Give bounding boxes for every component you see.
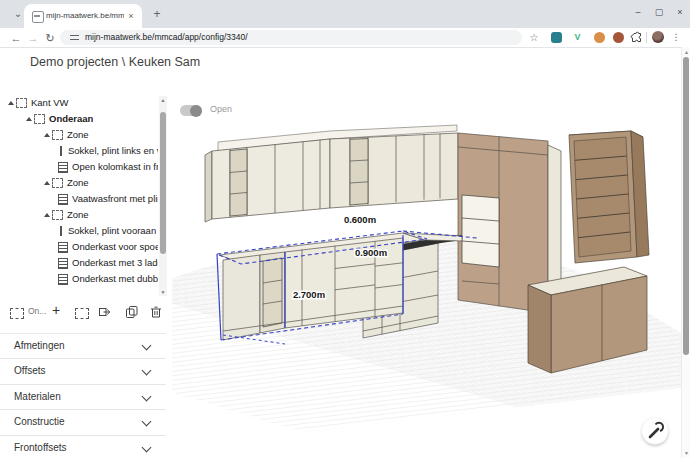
chevron-down-icon[interactable]	[142, 417, 152, 427]
extension-icon-3[interactable]	[613, 32, 624, 43]
open-toggle-label: Open	[210, 104, 232, 114]
scroll-up-icon[interactable]: ▲	[159, 96, 167, 104]
frame-icon	[16, 98, 27, 108]
new-tab-button[interactable]: +	[150, 7, 164, 21]
3d-viewer-canvas[interactable]: 0.600m 0.900m 2.700m Open	[172, 95, 681, 458]
accordion-section-frontoffsets[interactable]: Frontoffsets	[0, 436, 166, 458]
accordion-section-constructie[interactable]: Constructie	[0, 410, 166, 435]
open-toggle[interactable]	[180, 105, 202, 116]
tree-item-kant-vw[interactable]: Kant VW	[0, 95, 158, 111]
expand-triangle-icon[interactable]	[42, 130, 52, 140]
tree-item-label: Kant VW	[31, 95, 69, 111]
expand-triangle-icon[interactable]	[42, 178, 52, 188]
tree-item-open-kolomkast[interactable]: Open kolomkast in front...	[0, 159, 158, 175]
tree-item-onderaan[interactable]: Onderaan	[0, 111, 158, 127]
tree-item-label: Zone	[67, 127, 89, 143]
profile-avatar[interactable]	[652, 31, 664, 43]
toggle-knob[interactable]	[190, 105, 202, 117]
plinth-icon	[60, 226, 62, 236]
section-label: Materialen	[14, 385, 61, 409]
selection-label: On...	[28, 306, 48, 316]
page-scrollbar[interactable]: ▲ ▼	[681, 47, 690, 458]
tree-item-onderkast-dubbele[interactable]: Onderkast met dubbele ...	[0, 271, 158, 287]
tab-title: mijn-maatwerk.be/mmcad/app...	[46, 9, 124, 23]
dimension-label-depth: 0.900m	[355, 247, 387, 258]
url-text[interactable]: mijn-maatwerk.be/mmcad/app/config/3340/	[85, 30, 248, 45]
frame-icon	[52, 178, 63, 188]
page-scrollbar-thumb[interactable]	[683, 57, 689, 355]
tree-item-onderkast-lades[interactable]: Onderkast met 3 lades, ...	[0, 255, 158, 271]
tools-fab-button[interactable]	[642, 418, 668, 444]
tree-scrollbar[interactable]: ▲ ▼	[159, 96, 167, 296]
site-settings-icon[interactable]	[70, 35, 79, 41]
tree-scrollbar-thumb[interactable]	[160, 112, 166, 254]
add-button[interactable]: +	[52, 302, 60, 318]
frame-icon	[52, 130, 63, 140]
expand-triangle-icon[interactable]	[42, 210, 52, 220]
breadcrumb: Demo projecten \ Keuken Sam	[30, 55, 200, 69]
reload-icon[interactable]: ↻	[42, 30, 58, 46]
window-maximize-button[interactable]: ▢	[650, 4, 668, 20]
tree-item-vaatwasfront[interactable]: Vaatwasfront met plint e...	[0, 191, 158, 207]
chevron-down-icon[interactable]	[142, 442, 152, 452]
browser-tab[interactable]: mijn-maatwerk.be/mmcad/app... ×	[24, 4, 142, 28]
zone-frame-icon[interactable]	[75, 308, 89, 319]
scroll-up-icon[interactable]: ▲	[682, 47, 690, 57]
back-icon[interactable]: ←	[8, 30, 24, 46]
scroll-down-icon[interactable]: ▼	[682, 448, 690, 458]
dimension-label-width: 0.600m	[344, 214, 376, 225]
tree-item-label: Sokkel, plint vooraan	[68, 223, 156, 239]
export-icon[interactable]	[98, 305, 112, 319]
cabinet-icon	[58, 242, 68, 253]
accordion-section-afmetingen[interactable]: Afmetingen	[0, 334, 166, 359]
frame-icon	[52, 210, 63, 220]
frame-icon	[34, 114, 45, 124]
tree-item-zone-3[interactable]: Zone	[0, 207, 158, 223]
section-label: Afmetingen	[14, 334, 65, 358]
delete-icon[interactable]	[149, 305, 163, 319]
expand-triangle-icon[interactable]	[6, 98, 16, 108]
extension-icon-vue[interactable]: V	[572, 32, 583, 43]
window-close-button[interactable]: ×	[671, 4, 689, 20]
section-label: Offsets	[14, 359, 46, 383]
scroll-down-icon[interactable]: ▼	[159, 288, 167, 296]
accordion-section-materialen[interactable]: Materialen	[0, 385, 166, 410]
tree-item-zone-2[interactable]: Zone	[0, 175, 158, 191]
tree-item-label: Open kolomkast in front...	[72, 159, 158, 175]
extensions-puzzle-icon[interactable]	[630, 31, 643, 44]
selection-frame-icon[interactable]	[10, 308, 24, 319]
cabinet-icon	[58, 274, 68, 285]
tab-close-icon[interactable]: ×	[125, 10, 137, 22]
browser-window: ⌄ mijn-maatwerk.be/mmcad/app... × + – ▢ …	[0, 0, 690, 458]
expand-triangle-icon[interactable]	[24, 114, 34, 124]
tree-item-label: Sokkel, plint links en voo...	[68, 143, 158, 159]
chevron-down-icon[interactable]	[142, 341, 152, 351]
extension-icon-1[interactable]	[551, 32, 562, 43]
tree-item-onderkast-spoelbak[interactable]: Onderkast voor spoelba...	[0, 239, 158, 255]
section-label: Frontoffsets	[14, 436, 67, 458]
dimension-label-length: 2.700m	[293, 289, 325, 300]
window-minimize-button[interactable]: –	[629, 4, 647, 20]
tree-item-label: Vaatwasfront met plint e...	[72, 191, 158, 207]
kitchen-3d-scene: 0.600m 0.900m 2.700m	[172, 95, 681, 458]
cabinet-icon	[58, 162, 68, 173]
bookmark-star-icon[interactable]: ☆	[527, 30, 541, 45]
tree-item-sokkel-vooraan[interactable]: Sokkel, plint vooraan	[0, 223, 158, 239]
kitchen-cabinets	[205, 125, 649, 373]
accordion-section-offsets[interactable]: Offsets	[0, 359, 166, 384]
browser-menu-icon[interactable]: ⋮	[671, 30, 681, 45]
address-bar[interactable]: mijn-maatwerk.be/mmcad/app/config/3340/	[60, 30, 522, 45]
tree-item-zone-1[interactable]: Zone	[0, 127, 158, 143]
extension-icon-2[interactable]	[594, 32, 605, 43]
toolbar-separator	[646, 32, 647, 43]
tree-item-label: Zone	[67, 175, 89, 191]
chevron-down-icon[interactable]	[142, 366, 152, 376]
forward-icon[interactable]: →	[25, 30, 41, 46]
copy-icon[interactable]	[125, 305, 139, 319]
tree-item-sokkel-links[interactable]: Sokkel, plint links en voo...	[0, 143, 158, 159]
cabinet-icon	[58, 258, 68, 269]
section-label: Constructie	[14, 410, 65, 434]
tab-favicon-icon	[32, 11, 44, 23]
chevron-down-icon[interactable]	[142, 391, 152, 401]
structure-tree: Kant VW Onderaan Zone Sokkel, plint link…	[0, 95, 158, 298]
